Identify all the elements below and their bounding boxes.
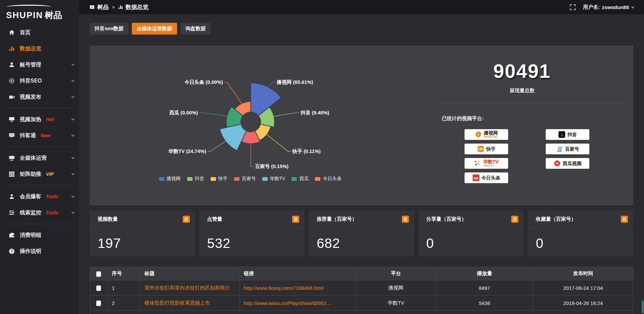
sidebar-item-home[interactable]: 首页 bbox=[0, 24, 79, 41]
fullscreen-icon[interactable] bbox=[570, 4, 576, 10]
sidebar-item-douyin-seo[interactable]: 抖音SEO bbox=[0, 73, 79, 89]
cell-platform: 播视网 bbox=[356, 280, 436, 296]
sidebar-item-spending-details[interactable]: 消费明细 bbox=[0, 227, 79, 243]
tab-omnimedia-data[interactable]: 全媒体运营数据 bbox=[132, 23, 177, 35]
screen-icon bbox=[9, 155, 15, 161]
platform-column-left: 播视网boosj.com 快手 华数TVwasu.cn bbox=[465, 129, 508, 183]
stat-card-shares: 分享量（百家号）总 0 bbox=[418, 210, 524, 257]
legend-label: 西瓜 bbox=[299, 176, 309, 182]
column-header-title: 标题 bbox=[140, 267, 239, 280]
summary-divider-line bbox=[441, 103, 625, 103]
videos-table-section: 序号 标题 链接 平台 播放量 发布时间 1 室外水纹灯和室内水纹灯的区别和简 bbox=[90, 267, 633, 314]
sidebar-item-label: 账号管理 bbox=[20, 61, 41, 68]
sidebar-item-data-overview[interactable]: 数据总览 bbox=[0, 41, 79, 57]
sidebar-item-video-publish[interactable]: 视频发布 bbox=[0, 89, 79, 105]
legend-label: 快手 bbox=[218, 176, 228, 182]
sidebar-item-doketong[interactable]: 抖客通 New bbox=[0, 127, 79, 144]
bar-chart-icon bbox=[9, 46, 15, 52]
cell-title-link[interactable]: 室外水纹灯和室内水纹灯的区别和简介 bbox=[140, 280, 239, 296]
user-dropdown[interactable]: 用户名: zswodun88 bbox=[583, 4, 635, 10]
scrollbar-thumb[interactable] bbox=[642, 301, 644, 313]
breadcrumb-root[interactable]: 树品 bbox=[97, 3, 109, 11]
stat-card-title: 点赞量 bbox=[207, 216, 222, 222]
legend-label: 播视网 bbox=[167, 176, 181, 182]
tab-inquiry-data[interactable]: 询盘数据 bbox=[180, 23, 211, 35]
legend-item[interactable]: 今日头条 bbox=[315, 176, 341, 182]
pie-slice-label: 百家号 (0.15%) bbox=[255, 164, 288, 169]
legend-label: 百家号 bbox=[242, 176, 256, 182]
platform-sub: wasu.cn bbox=[483, 164, 499, 167]
legend-item[interactable]: 播视网 bbox=[159, 176, 181, 182]
vip-badge: VIP bbox=[46, 171, 54, 177]
tools-badge: Tools bbox=[46, 210, 58, 215]
sidebar-item-label: 视频发布 bbox=[20, 94, 41, 101]
sidebar-item-member-baoke[interactable]: 会员爆客 Tools bbox=[0, 189, 79, 205]
row-checkbox[interactable] bbox=[96, 285, 101, 291]
username: zswodun88 bbox=[602, 4, 629, 10]
pie-slice-label: 华数TV (24.74%) bbox=[168, 149, 206, 154]
platforms-label: 已统计的视频平台: bbox=[442, 115, 633, 122]
pie-slice-label: 西瓜 (0.00%) bbox=[169, 110, 198, 115]
chart-panel: 播视网 (65.61%)抖音 (9.40%)快手 (0.11%)百家号 (0.1… bbox=[90, 46, 633, 205]
sidebar-item-label: 消费明细 bbox=[20, 232, 41, 239]
pie-slice-label: 抖音 (9.40%) bbox=[300, 110, 329, 115]
sidebar-item-video-heat[interactable]: 视频加热 Hot bbox=[0, 111, 79, 127]
legend-marker bbox=[262, 177, 268, 181]
sidebar-item-matrix-boost[interactable]: 矩阵助推 VIP bbox=[0, 166, 79, 182]
new-badge: New bbox=[41, 133, 50, 138]
stat-card-value: 0 bbox=[528, 228, 633, 251]
sidebar-item-label: 线索监控 bbox=[20, 209, 41, 216]
stat-card-recommendations: 推荐量（百家号）总 682 bbox=[309, 210, 414, 257]
tab-douyin-seo-data[interactable]: 抖音seo数据 bbox=[90, 23, 128, 35]
sidebar-item-lead-monitor[interactable]: 线索监控 Tools bbox=[0, 205, 79, 221]
cell-plays: 8497 bbox=[436, 280, 533, 296]
legend-marker bbox=[187, 177, 193, 181]
total-badge: 总 bbox=[511, 216, 518, 223]
sidebar-item-label: 抖客通 bbox=[20, 132, 36, 139]
chevron-down-icon bbox=[631, 6, 635, 9]
legend-item[interactable]: 快手 bbox=[211, 176, 228, 182]
chevron-down-icon bbox=[71, 134, 75, 137]
topbar: 树品 > 数据总览 用户名: zswodun88 bbox=[79, 0, 644, 15]
legend-item[interactable]: 西瓜 bbox=[291, 176, 309, 182]
chevron-down-icon bbox=[71, 211, 75, 214]
legend-item[interactable]: 华数TV bbox=[262, 176, 285, 182]
hot-badge: Hot bbox=[46, 117, 54, 122]
svg-text:头条: 头条 bbox=[473, 177, 479, 180]
topbar-right: 用户名: zswodun88 bbox=[570, 4, 635, 10]
svg-text:♪: ♪ bbox=[560, 132, 563, 137]
logo-arc-decoration bbox=[7, 5, 51, 9]
sidebar-item-label: 矩阵助推 bbox=[20, 171, 41, 178]
total-badge: 总 bbox=[292, 216, 299, 223]
column-header-platform: 平台 bbox=[356, 267, 436, 280]
table-row[interactable]: 1 室外水纹灯和室内水纹灯的区别和简介 http://www.boosj.com… bbox=[90, 280, 633, 296]
legend-item[interactable]: 百家号 bbox=[234, 176, 256, 182]
platform-column-right: ♪ 抖音 百 百家号 西瓜视频 bbox=[546, 129, 589, 183]
platform-name: 快手 bbox=[486, 147, 496, 152]
select-all-checkbox[interactable] bbox=[96, 271, 101, 277]
xigua-logo-icon bbox=[554, 160, 560, 167]
legend-marker bbox=[159, 177, 164, 181]
sidebar-item-omnimedia-operation[interactable]: 全媒体运营 bbox=[0, 150, 79, 166]
legend-item[interactable]: 抖音 bbox=[187, 176, 204, 182]
pie-slice-华数TV[interactable] bbox=[220, 124, 246, 151]
rose-pie-chart[interactable]: 播视网 (65.61%)抖音 (9.40%)快手 (0.11%)百家号 (0.1… bbox=[90, 46, 411, 193]
data-tabs: 抖音seo数据 全媒体运营数据 询盘数据 bbox=[90, 23, 633, 35]
sidebar-divider bbox=[6, 108, 73, 108]
cell-title-link[interactable]: 楼体投影灯投影效果震撼上市 bbox=[140, 296, 239, 311]
platform-badge-wasu: 华数TVwasu.cn bbox=[465, 158, 508, 169]
table-row[interactable]: 2 楼体投影灯投影效果震撼上市 http://www.wasu.cn/Play/… bbox=[90, 296, 633, 311]
main-column: 树品 > 数据总览 用户名: zswodun88 抖音seo数据 全媒体运营数据… bbox=[79, 0, 644, 314]
sidebar-item-account-management[interactable]: 账号管理 bbox=[0, 57, 79, 73]
legend-marker bbox=[291, 177, 297, 181]
row-checkbox[interactable] bbox=[96, 301, 101, 306]
cell-url-link[interactable]: http://www.boosj.com/7338468.html bbox=[240, 280, 356, 296]
breadcrumb-current: 数据总览 bbox=[126, 3, 149, 11]
platform-name: 华数TV bbox=[483, 159, 499, 164]
cell-url-link[interactable]: http://www.wasu.cn/Play/show/id/952... bbox=[240, 296, 356, 311]
app-root: SHUPIN树品 首页 数据总览 账号管理 抖音SEO 视频发布 bbox=[0, 0, 644, 314]
sidebar-divider bbox=[6, 224, 73, 224]
sidebar-item-label: 数据总览 bbox=[20, 45, 41, 52]
sidebar-item-instructions[interactable]: ? 操作说明 bbox=[0, 243, 79, 259]
wasu-logo-icon bbox=[474, 160, 481, 167]
